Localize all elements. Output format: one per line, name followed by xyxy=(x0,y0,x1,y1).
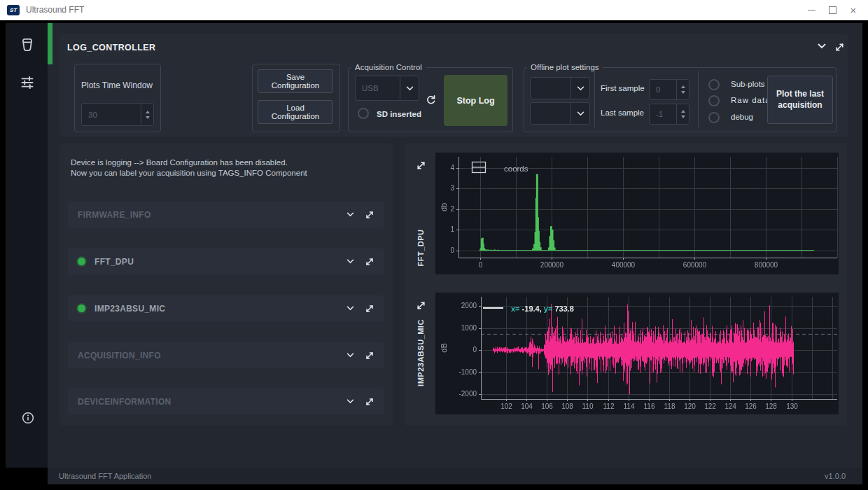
mic-plot-title: IMP23ABSU_MIC xyxy=(416,314,425,391)
status-app-name: Ultrasound FFT Application xyxy=(59,472,151,480)
section-label: FFT_DPU xyxy=(94,257,134,267)
expand-icon[interactable] xyxy=(365,210,374,220)
chevron-down-icon[interactable] xyxy=(346,399,354,404)
raw-data-radio[interactable] xyxy=(708,95,720,106)
chevron-down-icon[interactable] xyxy=(346,212,354,217)
offline-plot-settings-legend: Offline plot settings xyxy=(527,63,603,71)
first-sample-spinner[interactable]: 0 xyxy=(649,79,690,100)
chevron-down-icon[interactable] xyxy=(346,353,354,358)
fft-plot-canvas[interactable] xyxy=(435,153,839,274)
logging-message: Device is logging --> Board Configuratio… xyxy=(71,158,386,178)
debug-radio[interactable] xyxy=(708,112,720,123)
acquisition-control-legend: Acquisition Control xyxy=(351,63,426,71)
logging-message-line2: Now you can label your acquisition using… xyxy=(71,168,386,178)
plots-time-window-value: 30 xyxy=(82,104,141,125)
last-sample-value: -1 xyxy=(650,104,676,124)
section-label: FIRMWARE_INFO xyxy=(78,210,151,220)
info-icon[interactable] xyxy=(19,409,37,427)
fft-plot-expand-icon[interactable] xyxy=(416,160,426,171)
save-configuration-button[interactable]: Save Configuration xyxy=(258,69,333,93)
debug-label: debug xyxy=(731,113,753,121)
offline-divider-1 xyxy=(594,71,595,127)
log-controller-title: LOG_CONTROLLER xyxy=(67,43,155,52)
sd-inserted-label: SD inserted xyxy=(377,110,421,118)
refresh-icon[interactable] xyxy=(426,94,437,106)
first-sample-label: First sample xyxy=(601,84,645,92)
scrollbar-thumb[interactable] xyxy=(48,23,52,64)
status-version: v1.0.0 xyxy=(825,472,846,480)
interface-select-value: USB xyxy=(356,76,400,100)
expand-icon[interactable] xyxy=(365,351,374,360)
mic-plot-canvas[interactable] xyxy=(435,293,839,414)
sd-inserted-radio[interactable] xyxy=(358,108,369,119)
offline-select-1-chevron-down-icon[interactable] xyxy=(570,78,589,99)
minimize-icon[interactable] xyxy=(801,0,822,20)
first-sample-value: 0 xyxy=(650,80,676,99)
close-icon[interactable]: × xyxy=(843,0,864,20)
section-firmware-info[interactable]: FIRMWARE_INFO xyxy=(68,202,384,227)
offline-select-2-value xyxy=(531,103,570,124)
maximize-icon[interactable] xyxy=(822,0,843,20)
expand-icon[interactable] xyxy=(365,397,374,407)
offline-divider-2 xyxy=(698,71,699,127)
log-controller-chevron-down-icon[interactable] xyxy=(818,43,826,49)
logging-message-line1: Device is logging --> Board Configuratio… xyxy=(71,158,386,168)
plot-last-acquisition-button[interactable]: Plot the last acquisition xyxy=(767,76,833,124)
st-logo-icon: ST xyxy=(7,5,20,15)
log-controller-expand-icon[interactable] xyxy=(834,42,845,52)
offline-select-1[interactable] xyxy=(530,77,590,99)
fft-plot-title: FFT_DPU xyxy=(416,220,425,276)
offline-select-1-value xyxy=(531,78,570,99)
plots-time-window-spin-buttons[interactable] xyxy=(141,104,153,125)
board-panel xyxy=(59,144,393,426)
chevron-down-icon[interactable] xyxy=(346,259,354,264)
sliders-icon[interactable] xyxy=(18,74,36,92)
interface-select[interactable]: USB xyxy=(355,76,419,101)
status-bar: Ultrasound FFT Application v1.0.0 xyxy=(48,468,862,484)
sub-plots-radio[interactable] xyxy=(708,79,720,90)
plots-time-window-label: Plots Time Window xyxy=(74,80,160,90)
offline-select-2-chevron-down-icon[interactable] xyxy=(570,103,589,124)
active-status-dot xyxy=(78,304,85,312)
section-label: IMP23ABSU_MIC xyxy=(94,304,165,314)
section-deviceinformation[interactable]: DEVICEINFORMATION xyxy=(68,388,384,414)
last-sample-spinner[interactable]: -1 xyxy=(649,104,690,125)
section-imp23absu-mic[interactable]: IMP23ABSU_MIC xyxy=(68,295,384,321)
section-label: DEVICEINFORMATION xyxy=(78,397,172,407)
expand-icon[interactable] xyxy=(365,304,374,314)
app-window: ST Ultrasound FFT × Ultrasound FFT Appli… xyxy=(0,0,868,490)
section-fft-dpu[interactable]: FFT_DPU xyxy=(68,248,384,274)
sub-plots-label: Sub-plots xyxy=(731,80,765,88)
last-sample-label: Last sample xyxy=(601,108,644,117)
chevron-down-icon[interactable] xyxy=(346,306,354,311)
window-title: Ultrasound FFT xyxy=(26,5,84,15)
titlebar: ST Ultrasound FFT × xyxy=(0,0,868,20)
expand-icon[interactable] xyxy=(365,257,374,267)
active-status-dot xyxy=(78,258,85,265)
offline-select-2[interactable] xyxy=(530,102,590,125)
last-sample-spin-buttons[interactable] xyxy=(676,104,689,124)
raw-data-label: Raw data xyxy=(731,96,771,104)
section-label: ACQUISITION_INFO xyxy=(78,351,161,360)
plots-time-window-spinner[interactable]: 30 xyxy=(81,103,154,126)
board-icon[interactable] xyxy=(18,36,36,54)
mic-plot-expand-icon[interactable] xyxy=(416,300,426,311)
section-acquisition-info[interactable]: ACQUISITION_INFO xyxy=(68,342,384,368)
first-sample-spin-buttons[interactable] xyxy=(676,80,689,99)
load-configuration-button[interactable]: Load Configuration xyxy=(258,100,333,124)
interface-select-chevron-down-icon[interactable] xyxy=(400,76,419,100)
stop-log-button[interactable]: Stop Log xyxy=(444,75,507,126)
